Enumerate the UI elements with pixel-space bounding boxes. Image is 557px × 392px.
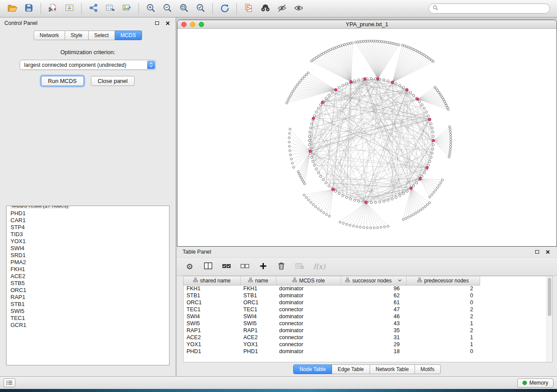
network-view[interactable] <box>177 29 557 246</box>
table-scrollbar[interactable] <box>547 276 552 362</box>
cell-successor-nodes[interactable]: 18 <box>341 348 406 355</box>
network-node[interactable] <box>299 175 301 177</box>
network-node[interactable] <box>349 198 352 200</box>
close-window-icon[interactable] <box>181 22 187 27</box>
network-node[interactable] <box>449 128 451 131</box>
mcds-result-item[interactable]: STB5 <box>7 280 169 287</box>
find-button[interactable] <box>257 2 273 15</box>
cell-successor-nodes[interactable]: 61 <box>341 299 406 306</box>
cell-name[interactable]: FKH1 <box>240 285 276 292</box>
network-node[interactable] <box>315 111 317 113</box>
import-table-from-file-button[interactable] <box>62 2 77 15</box>
network-node[interactable] <box>382 41 384 43</box>
network-node[interactable] <box>421 104 423 106</box>
network-node[interactable] <box>370 77 372 79</box>
cell-predecessor-nodes[interactable]: 2 <box>406 313 480 320</box>
network-node[interactable] <box>381 41 383 43</box>
network-node[interactable] <box>432 135 434 138</box>
network-node[interactable] <box>387 80 389 82</box>
network-node[interactable] <box>325 213 328 216</box>
cell-successor-nodes[interactable]: 35 <box>341 327 406 334</box>
cell-name[interactable]: ACE2 <box>240 334 276 341</box>
network-node[interactable] <box>402 218 405 220</box>
network-node[interactable] <box>373 227 375 229</box>
network-node[interactable] <box>335 190 337 192</box>
network-node[interactable] <box>449 154 451 156</box>
mcds-hub-node[interactable] <box>377 78 379 80</box>
float-table-panel-button[interactable] <box>533 248 540 255</box>
mcds-result-item[interactable]: PHD1 <box>7 210 169 217</box>
network-node[interactable] <box>430 156 432 158</box>
tab-node-table[interactable]: Node Table <box>293 364 332 374</box>
network-node[interactable] <box>312 160 314 162</box>
network-node[interactable] <box>338 86 340 89</box>
network-node[interactable] <box>346 83 348 85</box>
mcds-hub-node[interactable] <box>365 201 367 203</box>
network-node[interactable] <box>401 44 404 46</box>
network-node[interactable] <box>440 182 442 184</box>
network-node[interactable] <box>290 154 292 156</box>
network-node[interactable] <box>359 41 361 43</box>
network-node[interactable] <box>309 131 311 133</box>
network-node[interactable] <box>366 227 368 229</box>
network-node[interactable] <box>319 104 322 106</box>
network-node[interactable] <box>349 42 352 45</box>
mcds-hub-node[interactable] <box>350 81 353 83</box>
network-node[interactable] <box>289 95 291 97</box>
task-history-button[interactable] <box>3 378 15 387</box>
network-node[interactable] <box>288 137 291 139</box>
mcds-hub-node[interactable] <box>416 98 419 100</box>
network-node[interactable] <box>450 141 452 143</box>
network-node[interactable] <box>449 126 451 128</box>
network-node[interactable] <box>432 144 434 146</box>
import-network-from-file-button[interactable] <box>45 2 61 15</box>
table-row[interactable]: SWI4SWI4dominator462 <box>183 313 480 320</box>
network-node[interactable] <box>311 123 313 125</box>
network-node[interactable] <box>419 100 421 103</box>
network-node[interactable] <box>288 141 291 143</box>
network-node[interactable] <box>331 91 333 93</box>
network-node[interactable] <box>431 127 433 129</box>
cell-mcds-role[interactable]: dominator <box>276 292 341 299</box>
network-node[interactable] <box>429 160 431 162</box>
cell-shared-name[interactable]: PHD1 <box>183 348 240 355</box>
network-node[interactable] <box>438 184 440 186</box>
network-node[interactable] <box>309 127 311 129</box>
network-node[interactable] <box>309 148 311 150</box>
network-node[interactable] <box>431 194 433 196</box>
network-canvas[interactable] <box>177 29 556 246</box>
network-node[interactable] <box>435 189 437 191</box>
network-node[interactable] <box>315 168 317 170</box>
zoom-out-button[interactable] <box>159 2 175 15</box>
mcds-hub-node[interactable] <box>410 187 412 189</box>
cell-name[interactable]: TEC1 <box>240 306 276 313</box>
network-node[interactable] <box>446 104 448 107</box>
network-node[interactable] <box>449 148 451 151</box>
export-image-button[interactable] <box>119 2 135 15</box>
cell-mcds-role[interactable]: connector <box>276 341 341 348</box>
network-node[interactable] <box>412 94 415 96</box>
cell-predecessor-nodes[interactable]: 1 <box>406 341 480 348</box>
network-node[interactable] <box>313 115 315 117</box>
network-node[interactable] <box>301 179 304 181</box>
network-node[interactable] <box>302 181 304 183</box>
network-node[interactable] <box>325 182 327 184</box>
network-node[interactable] <box>370 227 372 229</box>
network-node[interactable] <box>287 100 289 102</box>
network-node[interactable] <box>349 224 351 227</box>
mcds-hub-node[interactable] <box>335 89 337 91</box>
mcds-hub-node[interactable] <box>432 139 435 142</box>
cell-mcds-role[interactable]: dominator <box>276 313 341 320</box>
network-node[interactable] <box>305 74 308 76</box>
network-node[interactable] <box>315 206 317 208</box>
network-node[interactable] <box>379 201 381 203</box>
network-node[interactable] <box>395 83 397 85</box>
network-node[interactable] <box>345 43 347 45</box>
cell-shared-name[interactable]: SWI5 <box>183 320 240 327</box>
network-node[interactable] <box>426 111 428 113</box>
network-node[interactable] <box>308 144 311 146</box>
show-hide-button[interactable] <box>291 2 306 15</box>
network-node[interactable] <box>423 107 426 110</box>
network-node[interactable] <box>358 200 360 202</box>
network-node[interactable] <box>317 208 319 210</box>
